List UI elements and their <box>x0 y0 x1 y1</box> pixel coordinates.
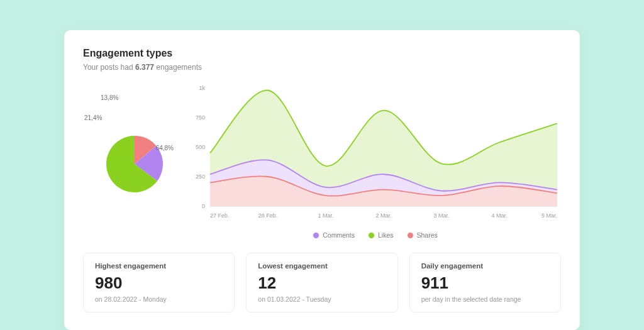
engagement-card: Engagement types Your posts had 6.377 en… <box>64 30 580 330</box>
legend-shares: Shares <box>408 231 438 239</box>
card-subtitle: Your posts had 6.377 engagements <box>83 63 561 72</box>
svg-text:3 Mar.: 3 Mar. <box>433 212 449 219</box>
area-chart: 02505007501k27 Feb.28 Feb.1 Mar.2 Mar.3 … <box>190 83 561 239</box>
svg-text:4 Mar.: 4 Mar. <box>491 212 507 219</box>
stat-lowest: Lowest engagement 12 on 01.03.2022 - Tue… <box>246 253 397 312</box>
svg-text:500: 500 <box>196 144 205 150</box>
svg-text:750: 750 <box>196 114 205 121</box>
card-title: Engagement types <box>83 48 561 59</box>
pie-chart: 13,8% 21,4% 64,8% <box>83 83 177 239</box>
svg-text:28 Feb.: 28 Feb. <box>258 212 278 219</box>
dot-icon <box>313 233 319 238</box>
legend-likes: Likes <box>369 231 394 239</box>
svg-text:0: 0 <box>202 203 205 209</box>
pie-label-comments: 21,4% <box>84 114 102 121</box>
svg-text:1k: 1k <box>199 85 205 91</box>
svg-text:27 Feb.: 27 Feb. <box>210 212 230 219</box>
legend-comments: Comments <box>313 231 355 239</box>
svg-text:5 Mar.: 5 Mar. <box>541 212 557 219</box>
svg-text:2 Mar.: 2 Mar. <box>375 212 391 219</box>
dot-icon <box>369 233 374 238</box>
charts-row: 13,8% 21,4% 64,8% 02505007501k27 Feb.28 … <box>83 83 561 239</box>
svg-text:1 Mar.: 1 Mar. <box>318 212 333 219</box>
stat-daily: Daily engagement 911 per day in the sele… <box>409 253 561 312</box>
legend: Comments Likes Shares <box>190 231 561 239</box>
stat-highest: Highest engagement 980 on 28.02.2022 - M… <box>83 253 235 312</box>
stats-row: Highest engagement 980 on 28.02.2022 - M… <box>83 253 561 312</box>
dot-icon <box>408 233 413 238</box>
pie-label-shares: 13,8% <box>101 94 118 101</box>
area-svg: 02505007501k27 Feb.28 Feb.1 Mar.2 Mar.3 … <box>190 83 561 221</box>
pie-svg <box>89 120 171 202</box>
pie-label-likes: 64,8% <box>156 145 174 151</box>
svg-text:250: 250 <box>196 173 205 180</box>
